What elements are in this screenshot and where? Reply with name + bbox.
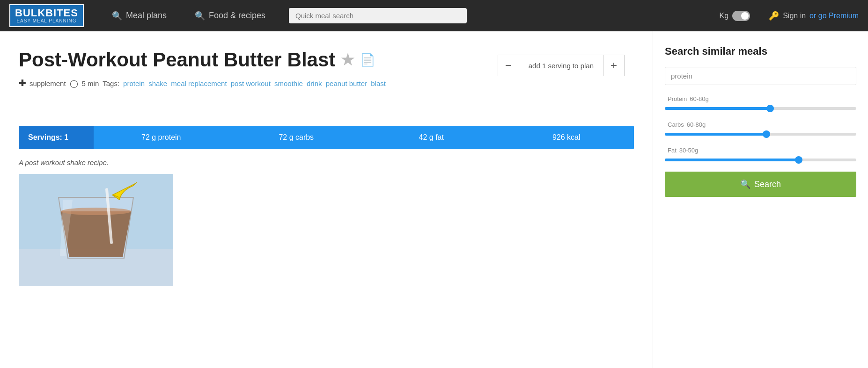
fat-slider-thumb[interactable]	[795, 156, 802, 164]
tag-meal-replacement[interactable]: meal replacement	[171, 79, 227, 87]
logo-title: BULKBITES	[15, 8, 78, 18]
protein-slider-section: Protein60-80g	[665, 94, 856, 110]
premium-link[interactable]: or go Premium	[809, 12, 859, 20]
serving-label: serving	[548, 62, 570, 70]
tag-smoothie[interactable]: smoothie	[274, 79, 303, 87]
nav-food-recipes[interactable]: 🔍 Food & recipes	[181, 0, 280, 31]
sign-in-text[interactable]: Sign in	[783, 12, 806, 20]
tag-post-workout[interactable]: post workout	[231, 79, 271, 87]
carbs-slider-section: Carbs60-80g	[665, 120, 856, 136]
navbar: BULKBITES EASY MEAL PLANNING 🔍 Meal plan…	[0, 0, 868, 31]
meal-meta: ✚ supplement ◯ 5 min Tags: protein shake…	[19, 78, 634, 88]
svg-marker-3	[61, 211, 131, 257]
meal-title-line1: Post-Workout Peanut Butter	[19, 48, 282, 72]
search-btn-label: Search	[754, 180, 781, 189]
carbs-slider-track[interactable]	[665, 133, 856, 136]
kcal-stat: 926 kcal	[499, 133, 634, 142]
key-icon: 🔑	[769, 11, 779, 21]
tag-blast[interactable]: blast	[371, 79, 386, 87]
carbs-range: 60-80g	[687, 121, 706, 128]
clock-icon: ◯	[70, 79, 78, 88]
nutrition-bar: Servings: 1 72 g protein 72 g carbs 42 g…	[19, 126, 634, 149]
time-value: 5 min	[82, 79, 99, 87]
nav-meal-plans-label: Meal plans	[126, 11, 167, 21]
serving-count: 1	[542, 62, 546, 70]
protein-slider-track[interactable]	[665, 107, 856, 110]
carbs-stat: 72 g carbs	[229, 133, 364, 142]
minus-serving-button[interactable]: −	[498, 55, 519, 76]
meal-tags: protein shake meal replacement post work…	[123, 79, 388, 87]
search-similar-button[interactable]: 🔍 Search	[665, 172, 856, 197]
svg-point-5	[61, 208, 131, 215]
protein-slider-fill	[665, 107, 770, 110]
favorite-star-icon[interactable]: ★	[341, 51, 354, 69]
tag-peanut-butter[interactable]: peanut butter	[326, 79, 367, 87]
protein-range: 60-80g	[690, 95, 708, 102]
search-icon-food-recipes: 🔍	[195, 11, 205, 21]
unit-toggle: Kg	[720, 11, 750, 21]
protein-label: Protein60-80g	[665, 94, 856, 102]
fat-range: 30-50g	[679, 147, 698, 154]
fat-slider-fill	[665, 159, 799, 161]
fat-slider-track[interactable]	[665, 159, 856, 161]
unit-toggle-switch[interactable]	[732, 11, 750, 21]
search-btn-icon: 🔍	[740, 179, 750, 189]
logo[interactable]: BULKBITES EASY MEAL PLANNING	[9, 4, 84, 27]
servings-label: Servings: 1	[19, 126, 94, 149]
nav-food-recipes-label: Food & recipes	[209, 11, 265, 21]
sign-in-area: 🔑 Sign in or go Premium	[769, 11, 859, 21]
sidebar: Search similar meals Protein60-80g Carbs…	[653, 31, 868, 368]
unit-label: Kg	[720, 12, 729, 20]
carbs-slider-thumb[interactable]	[763, 130, 770, 138]
tag-protein[interactable]: protein	[123, 79, 145, 87]
tag-shake[interactable]: shake	[148, 79, 167, 87]
supplement-label: supplement	[29, 79, 66, 87]
fat-label: Fat30-50g	[665, 146, 856, 154]
logo-subtitle: EASY MEAL PLANNING	[15, 18, 78, 23]
supplement-icon: ✚	[19, 78, 26, 88]
add-to-plan-label: add 1 serving to plan	[519, 55, 603, 76]
fat-stat: 42 g fat	[364, 133, 499, 142]
plus-serving-button[interactable]: +	[603, 55, 625, 76]
fat-slider-section: Fat30-50g	[665, 146, 856, 161]
carbs-label: Carbs60-80g	[665, 120, 856, 128]
content-area: − add 1 serving to plan + Post-Workout P…	[0, 31, 653, 368]
meal-title-line2: Blast	[287, 48, 336, 72]
tag-drink[interactable]: drink	[307, 79, 322, 87]
protein-stat: 72 g protein	[94, 133, 229, 142]
meal-image	[19, 174, 173, 286]
sidebar-title: Search similar meals	[665, 45, 856, 58]
carbs-slider-fill	[665, 133, 766, 136]
add-text: add	[529, 62, 542, 70]
meal-description: A post workout shake recipe.	[19, 159, 634, 166]
quick-search-input[interactable]	[289, 8, 467, 23]
add-plan-bar: − add 1 serving to plan +	[498, 55, 625, 76]
nav-meal-plans[interactable]: 🔍 Meal plans	[98, 0, 181, 31]
to-plan-label: to plan	[573, 62, 594, 70]
tags-label: Tags:	[103, 79, 119, 87]
main-container: − add 1 serving to plan + Post-Workout P…	[0, 31, 868, 368]
protein-slider-thumb[interactable]	[766, 105, 774, 112]
search-icon-meal-plans: 🔍	[112, 11, 122, 21]
notes-icon[interactable]: 📄	[360, 53, 375, 67]
search-similar-input[interactable]	[665, 67, 856, 85]
